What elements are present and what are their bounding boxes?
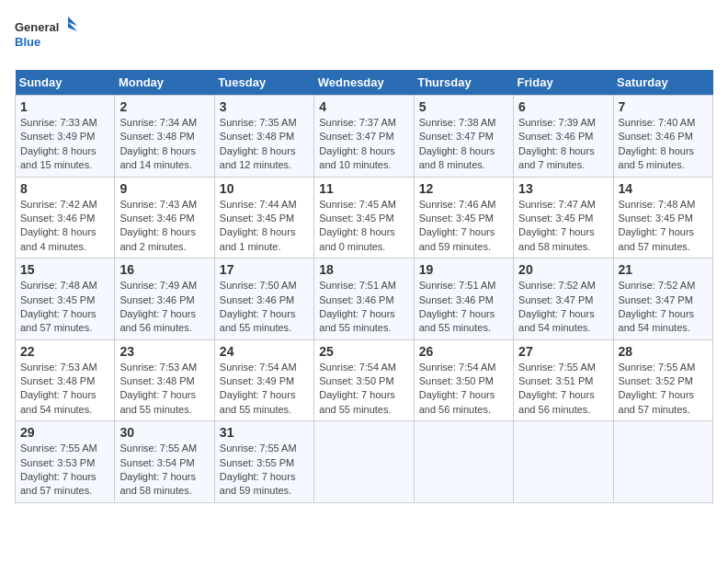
calendar-cell: 4 Sunrise: 7:37 AMSunset: 3:47 PMDayligh… bbox=[314, 96, 414, 178]
calendar-cell: 31 Sunrise: 7:55 AMSunset: 3:55 PMDaylig… bbox=[214, 421, 313, 503]
weekday-header-tuesday: Tuesday bbox=[214, 70, 313, 96]
day-info: Sunrise: 7:40 AMSunset: 3:46 PMDaylight:… bbox=[619, 117, 696, 170]
calendar-cell: 22 Sunrise: 7:53 AMSunset: 3:48 PMDaylig… bbox=[16, 339, 115, 421]
day-info: Sunrise: 7:33 AMSunset: 3:49 PMDaylight:… bbox=[20, 117, 97, 170]
weekday-header-sunday: Sunday bbox=[16, 70, 115, 96]
calendar-cell: 21 Sunrise: 7:52 AMSunset: 3:47 PMDaylig… bbox=[613, 259, 712, 340]
day-number: 25 bbox=[319, 344, 408, 359]
calendar-cell: 23 Sunrise: 7:53 AMSunset: 3:48 PMDaylig… bbox=[115, 339, 214, 421]
calendar-cell bbox=[514, 421, 613, 503]
day-number: 10 bbox=[220, 181, 309, 196]
calendar-cell: 1 Sunrise: 7:33 AMSunset: 3:49 PMDayligh… bbox=[16, 96, 115, 178]
calendar-cell: 28 Sunrise: 7:55 AMSunset: 3:52 PMDaylig… bbox=[613, 339, 712, 421]
calendar-cell: 25 Sunrise: 7:54 AMSunset: 3:50 PMDaylig… bbox=[314, 339, 414, 421]
day-info: Sunrise: 7:49 AMSunset: 3:46 PMDaylight:… bbox=[119, 280, 197, 333]
calendar-cell: 15 Sunrise: 7:48 AMSunset: 3:45 PMDaylig… bbox=[16, 259, 115, 340]
generalblue-logo: General Blue bbox=[15, 15, 79, 61]
day-info: Sunrise: 7:55 AMSunset: 3:52 PMDaylight:… bbox=[619, 362, 696, 415]
weekday-header-friday: Friday bbox=[514, 70, 613, 96]
day-number: 24 bbox=[220, 344, 309, 359]
day-number: 3 bbox=[220, 99, 309, 114]
calendar-cell bbox=[613, 421, 712, 503]
day-info: Sunrise: 7:39 AMSunset: 3:46 PMDaylight:… bbox=[518, 117, 596, 170]
header: General Blue bbox=[15, 15, 713, 61]
calendar-cell: 9 Sunrise: 7:43 AMSunset: 3:46 PMDayligh… bbox=[115, 177, 214, 259]
day-number: 12 bbox=[419, 181, 508, 196]
day-info: Sunrise: 7:55 AMSunset: 3:55 PMDaylight:… bbox=[220, 442, 297, 496]
weekday-header-monday: Monday bbox=[115, 70, 214, 96]
day-number: 29 bbox=[20, 425, 109, 440]
calendar-cell: 10 Sunrise: 7:44 AMSunset: 3:45 PMDaylig… bbox=[214, 177, 313, 259]
day-info: Sunrise: 7:55 AMSunset: 3:54 PMDaylight:… bbox=[119, 442, 197, 496]
day-number: 22 bbox=[20, 344, 109, 359]
calendar-week-5: 29 Sunrise: 7:55 AMSunset: 3:53 PMDaylig… bbox=[16, 421, 713, 503]
day-number: 16 bbox=[119, 262, 209, 277]
day-number: 6 bbox=[518, 99, 608, 114]
calendar-cell: 11 Sunrise: 7:45 AMSunset: 3:45 PMDaylig… bbox=[314, 177, 414, 259]
day-info: Sunrise: 7:43 AMSunset: 3:46 PMDaylight:… bbox=[119, 199, 197, 252]
day-info: Sunrise: 7:54 AMSunset: 3:49 PMDaylight:… bbox=[220, 362, 297, 415]
day-number: 5 bbox=[419, 99, 508, 114]
day-info: Sunrise: 7:54 AMSunset: 3:50 PMDaylight:… bbox=[319, 362, 396, 415]
day-number: 18 bbox=[319, 262, 408, 277]
svg-text:Blue: Blue bbox=[15, 35, 40, 49]
day-info: Sunrise: 7:34 AMSunset: 3:48 PMDaylight:… bbox=[119, 117, 197, 170]
day-number: 28 bbox=[619, 344, 708, 359]
day-number: 30 bbox=[119, 425, 209, 440]
calendar-cell: 16 Sunrise: 7:49 AMSunset: 3:46 PMDaylig… bbox=[115, 259, 214, 340]
day-info: Sunrise: 7:53 AMSunset: 3:48 PMDaylight:… bbox=[20, 362, 97, 415]
calendar-cell: 29 Sunrise: 7:55 AMSunset: 3:53 PMDaylig… bbox=[16, 421, 115, 503]
day-number: 21 bbox=[619, 262, 708, 277]
day-number: 27 bbox=[518, 344, 608, 359]
calendar-header: SundayMondayTuesdayWednesdayThursdayFrid… bbox=[16, 70, 713, 96]
day-info: Sunrise: 7:38 AMSunset: 3:47 PMDaylight:… bbox=[419, 117, 496, 170]
day-info: Sunrise: 7:55 AMSunset: 3:51 PMDaylight:… bbox=[518, 362, 596, 415]
calendar-cell: 26 Sunrise: 7:54 AMSunset: 3:50 PMDaylig… bbox=[414, 339, 513, 421]
calendar-week-1: 1 Sunrise: 7:33 AMSunset: 3:49 PMDayligh… bbox=[16, 96, 713, 178]
day-info: Sunrise: 7:51 AMSunset: 3:46 PMDaylight:… bbox=[319, 280, 396, 333]
calendar-cell: 27 Sunrise: 7:55 AMSunset: 3:51 PMDaylig… bbox=[514, 339, 613, 421]
day-number: 2 bbox=[119, 99, 209, 114]
day-info: Sunrise: 7:45 AMSunset: 3:45 PMDaylight:… bbox=[319, 199, 396, 252]
day-info: Sunrise: 7:50 AMSunset: 3:46 PMDaylight:… bbox=[220, 280, 297, 333]
svg-text:General: General bbox=[15, 20, 59, 34]
weekday-header-saturday: Saturday bbox=[613, 70, 712, 96]
day-info: Sunrise: 7:52 AMSunset: 3:47 PMDaylight:… bbox=[518, 280, 596, 333]
calendar-cell: 2 Sunrise: 7:34 AMSunset: 3:48 PMDayligh… bbox=[115, 96, 214, 178]
calendar-week-2: 8 Sunrise: 7:42 AMSunset: 3:46 PMDayligh… bbox=[16, 177, 713, 259]
weekday-header-wednesday: Wednesday bbox=[314, 70, 414, 96]
day-number: 11 bbox=[319, 181, 408, 196]
day-info: Sunrise: 7:42 AMSunset: 3:46 PMDaylight:… bbox=[20, 199, 97, 252]
day-number: 7 bbox=[619, 99, 708, 114]
calendar-week-4: 22 Sunrise: 7:53 AMSunset: 3:48 PMDaylig… bbox=[16, 339, 713, 421]
calendar-cell: 7 Sunrise: 7:40 AMSunset: 3:46 PMDayligh… bbox=[613, 96, 712, 178]
day-info: Sunrise: 7:51 AMSunset: 3:46 PMDaylight:… bbox=[419, 280, 496, 333]
calendar-cell: 3 Sunrise: 7:35 AMSunset: 3:48 PMDayligh… bbox=[214, 96, 313, 178]
day-info: Sunrise: 7:46 AMSunset: 3:45 PMDaylight:… bbox=[419, 199, 496, 252]
day-number: 17 bbox=[220, 262, 309, 277]
day-info: Sunrise: 7:35 AMSunset: 3:48 PMDaylight:… bbox=[220, 117, 297, 170]
calendar-cell bbox=[414, 421, 513, 503]
day-number: 13 bbox=[518, 181, 608, 196]
calendar-week-3: 15 Sunrise: 7:48 AMSunset: 3:45 PMDaylig… bbox=[16, 259, 713, 340]
day-info: Sunrise: 7:47 AMSunset: 3:45 PMDaylight:… bbox=[518, 199, 596, 252]
calendar-cell: 8 Sunrise: 7:42 AMSunset: 3:46 PMDayligh… bbox=[16, 177, 115, 259]
calendar-cell: 5 Sunrise: 7:38 AMSunset: 3:47 PMDayligh… bbox=[414, 96, 513, 178]
day-info: Sunrise: 7:55 AMSunset: 3:53 PMDaylight:… bbox=[20, 442, 97, 496]
day-info: Sunrise: 7:54 AMSunset: 3:50 PMDaylight:… bbox=[419, 362, 496, 415]
calendar-cell: 24 Sunrise: 7:54 AMSunset: 3:49 PMDaylig… bbox=[214, 339, 313, 421]
calendar-cell: 14 Sunrise: 7:48 AMSunset: 3:45 PMDaylig… bbox=[613, 177, 712, 259]
day-number: 14 bbox=[619, 181, 708, 196]
day-number: 20 bbox=[518, 262, 608, 277]
day-number: 8 bbox=[20, 181, 109, 196]
calendar-cell: 30 Sunrise: 7:55 AMSunset: 3:54 PMDaylig… bbox=[115, 421, 214, 503]
day-info: Sunrise: 7:48 AMSunset: 3:45 PMDaylight:… bbox=[20, 280, 97, 333]
day-number: 23 bbox=[119, 344, 209, 359]
calendar-table: SundayMondayTuesdayWednesdayThursdayFrid… bbox=[15, 70, 713, 503]
day-number: 4 bbox=[319, 99, 408, 114]
weekday-header-thursday: Thursday bbox=[414, 70, 513, 96]
day-number: 15 bbox=[20, 262, 109, 277]
day-number: 9 bbox=[119, 181, 209, 196]
day-info: Sunrise: 7:48 AMSunset: 3:45 PMDaylight:… bbox=[619, 199, 696, 252]
calendar-cell: 17 Sunrise: 7:50 AMSunset: 3:46 PMDaylig… bbox=[214, 259, 313, 340]
